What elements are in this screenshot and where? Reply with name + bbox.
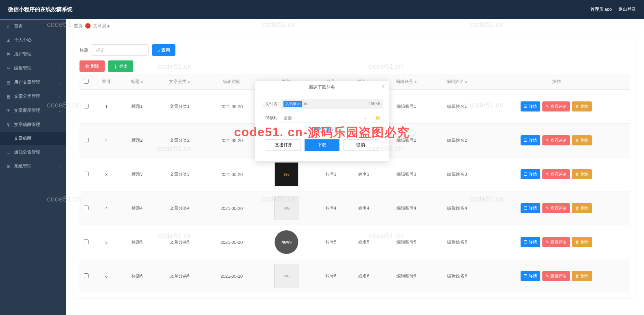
title-input[interactable] (92, 44, 149, 56)
browse-folder-button[interactable]: 📁 (373, 113, 383, 123)
edit-icon: ✎ (546, 206, 549, 211)
sidebar-item-label: 首页 (14, 23, 23, 29)
cell-date: 2021-05-20 (205, 90, 258, 124)
sidebar-item-user[interactable]: ▲个人中心⌄ (0, 33, 66, 47)
sidebar-item-scissors[interactable]: ✂编辑管理⌄ (0, 61, 66, 75)
chevron-down-icon: ⌄ (58, 52, 61, 56)
detail-button[interactable]: ☰ 详情 (521, 169, 540, 179)
row-checkbox[interactable] (84, 172, 89, 176)
comment-button[interactable]: ✎ 查看评论 (542, 169, 570, 179)
row-delete-button[interactable]: 🗑 删除 (572, 203, 592, 213)
comment-button[interactable]: ✎ 查看评论 (542, 237, 570, 247)
row-thumbnail: IMG (274, 196, 299, 220)
sidebar-item-label: 通知公告管理 (14, 149, 40, 155)
trash-icon: 🗑 (575, 206, 579, 211)
toolbar: 🗑 删除 ⭳ 导出 (79, 60, 630, 72)
gear-icon: ⚙ (6, 164, 11, 169)
row-checkbox[interactable] (84, 138, 89, 142)
filename-field[interactable]: 文章展示 .xls 2.55KB (281, 99, 383, 109)
cell-index: 5 (93, 225, 120, 259)
column-header[interactable]: 标题◆ (120, 74, 154, 90)
column-header[interactable]: 文章分类◆ (154, 74, 205, 90)
cell-date: 2021-05-20 (205, 124, 258, 158)
detail-button[interactable]: ☰ 详情 (521, 203, 540, 213)
sidebar-subitem[interactable]: 文章稿酬 (0, 132, 66, 145)
flag-icon: ⚑ (6, 52, 11, 56)
save-select[interactable]: 桌面 ⌄ (281, 113, 369, 123)
breadcrumb-home[interactable]: 首页 (74, 23, 83, 29)
comment-button[interactable]: ✎ 查看评论 (542, 101, 570, 111)
detail-button[interactable]: ☰ 详情 (521, 237, 540, 247)
grid-icon: ▦ (6, 94, 11, 99)
row-delete-button[interactable]: 🗑 删除 (572, 271, 592, 281)
sidebar-item-grid[interactable]: ▦文章分类管理⌄ (0, 89, 66, 103)
download-button[interactable]: 下载 (305, 139, 339, 151)
sidebar-item-gear[interactable]: ⚙系统管理⌄ (0, 159, 66, 173)
sidebar-item-home[interactable]: ⌂首页 (0, 19, 66, 33)
logout-link[interactable]: 退出登录 (619, 6, 636, 12)
row-delete-button[interactable]: 🗑 删除 (572, 101, 592, 111)
eye-icon: 👁 (6, 108, 11, 113)
cell-category: 文章分类1 (154, 90, 205, 124)
sort-icon: ◆ (414, 80, 417, 84)
cell-name: 姓名5 (346, 225, 381, 259)
edit-icon: ✎ (546, 104, 549, 109)
trash-icon: 🗑 (575, 104, 579, 109)
home-icon: ⌂ (6, 24, 11, 28)
row-delete-button[interactable]: 🗑 删除 (572, 135, 592, 145)
cell-title: 标题3 (120, 158, 154, 191)
cell-editor-name: 编辑姓名1 (432, 90, 483, 124)
delete-button[interactable]: 🗑 删除 (79, 60, 105, 72)
cell-name: 姓名3 (346, 158, 381, 191)
cell-editor-account: 编辑账号3 (381, 158, 432, 191)
sidebar-item-eye[interactable]: 👁文章展示管理⌄ (0, 103, 66, 118)
sidebar-item-flag[interactable]: ⚑用户管理⌄ (0, 47, 66, 61)
chevron-down-icon: ⌄ (58, 150, 61, 154)
table-row: 4标题4文章分类42021-05-20IMG账号4姓名4编辑账号4编辑姓名4 ☰… (79, 191, 630, 225)
chevron-down-icon: ⌄ (58, 95, 61, 98)
detail-button[interactable]: ☰ 详情 (521, 101, 540, 111)
row-checkbox[interactable] (84, 206, 89, 210)
search-button[interactable]: ⌕ 查询 (152, 44, 175, 56)
table-row: 3标题3文章分类32021-05-20$¥€账号3姓名3编辑账号3编辑姓名3 ☰… (79, 158, 630, 191)
chevron-down-icon: ⌄ (58, 109, 61, 113)
column-header: 操作 (483, 74, 630, 90)
app-header: 微信小程序的在线投稿系统 管理员 abo 退出登录 (0, 0, 644, 19)
trash-icon: 🗑 (575, 172, 579, 177)
sidebar-item-mic[interactable]: 🎙文章稿酬管理⌃ (0, 118, 66, 132)
row-checkbox[interactable] (84, 104, 89, 108)
list-icon: ☰ (524, 138, 528, 143)
sidebar-item-label: 用户管理 (14, 51, 32, 57)
comment-button[interactable]: ✎ 查看评论 (542, 203, 570, 213)
content-panel: 标题 ⌕ 查询 🗑 删除 ⭳ 导出 索引标题◆文章分类◆编辑时间图片账号姓名 (74, 39, 636, 299)
copy-link[interactable]: 复制链接地址 (310, 127, 334, 132)
sidebar-item-label: 文章稿酬管理 (14, 122, 40, 128)
open-directly-button[interactable]: 直接打开 (266, 139, 301, 151)
chevron-down-icon: ⌄ (58, 66, 61, 70)
sidebar-item-bell[interactable]: ▭通知公告管理⌄ (0, 145, 66, 159)
sidebar-item-doc[interactable]: ▤用户文章管理⌄ (0, 75, 66, 89)
chevron-down-icon: ⌄ (58, 81, 61, 84)
detail-button[interactable]: ☰ 详情 (521, 271, 540, 281)
file-label: 文件名 (261, 101, 277, 107)
modal-header: 新建下载任务 × (255, 81, 389, 94)
row-checkbox[interactable] (84, 239, 89, 244)
cell-title: 标题5 (120, 225, 154, 259)
select-all-checkbox[interactable] (84, 79, 89, 84)
row-delete-button[interactable]: 🗑 删除 (572, 237, 592, 247)
cell-title: 标题2 (120, 124, 154, 158)
cell-date: 2021-05-20 (205, 259, 258, 293)
column-header[interactable]: 编辑姓名◆ (432, 74, 483, 90)
export-button[interactable]: ⭳ 导出 (108, 60, 133, 72)
trash-icon: 🗑 (85, 64, 89, 69)
comment-button[interactable]: ✎ 查看评论 (542, 271, 570, 281)
cell-index: 3 (93, 158, 120, 191)
detail-button[interactable]: ☰ 详情 (521, 135, 540, 145)
row-checkbox[interactable] (84, 273, 89, 278)
cell-title: 标题6 (120, 259, 154, 293)
admin-name[interactable]: 管理员 abo (590, 6, 612, 12)
row-delete-button[interactable]: 🗑 删除 (572, 169, 592, 179)
close-icon[interactable]: × (382, 84, 385, 90)
cancel-button[interactable]: 取消 (343, 139, 378, 151)
comment-button[interactable]: ✎ 查看评论 (542, 135, 570, 145)
